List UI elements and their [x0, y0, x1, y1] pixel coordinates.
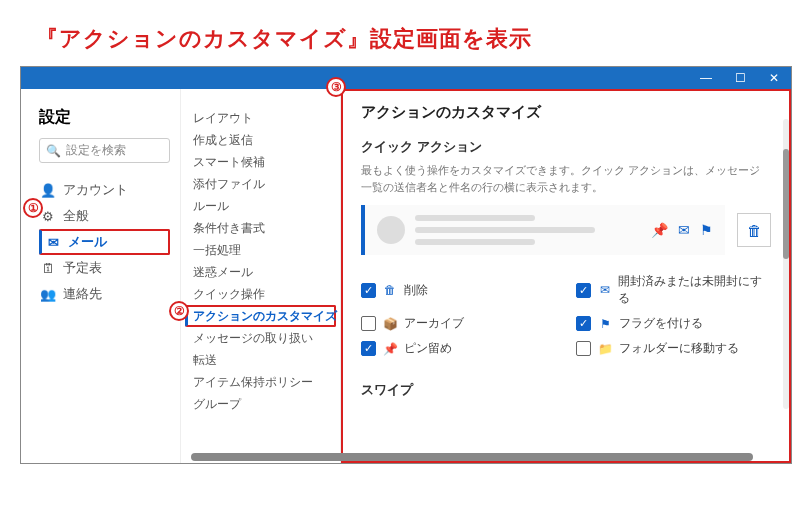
avatar	[377, 216, 405, 244]
mid-item-conditional[interactable]: 条件付き書式	[185, 217, 336, 239]
sidebar-item-general[interactable]: ⚙ 全般	[39, 203, 170, 229]
mid-item-retention[interactable]: アイテム保持ポリシー	[185, 371, 336, 393]
panel-title: アクションのカスタマイズ	[361, 103, 771, 122]
delete-preview-button[interactable]: 🗑	[737, 213, 771, 247]
sidebar-item-label: 全般	[63, 207, 89, 225]
mail-icon: ✉	[46, 235, 60, 250]
cb-read-unread[interactable]: ✓ ✉ 開封済みまたは未開封にする	[576, 273, 771, 307]
mail-settings-list: レイアウト 作成と返信 スマート候補 添付ファイル ルール 条件付き書式 一括処…	[181, 89, 341, 463]
search-input[interactable]: 🔍 設定を検索	[39, 138, 170, 163]
sidebar-item-label: 連絡先	[63, 285, 102, 303]
mid-item-groups[interactable]: グループ	[185, 393, 336, 415]
mid-item-smart[interactable]: スマート候補	[185, 151, 336, 173]
calendar-icon: 🗓	[41, 261, 55, 276]
cb-archive[interactable]: 📦 アーカイブ	[361, 315, 556, 332]
mid-item-forwarding[interactable]: 転送	[185, 349, 336, 371]
checkbox-label: ピン留め	[404, 340, 452, 357]
annotation-badge-1: ①	[23, 198, 43, 218]
panel-scrollbar-thumb[interactable]	[783, 149, 789, 259]
envelope-icon: ✉	[678, 222, 690, 238]
mid-item-layout[interactable]: レイアウト	[185, 107, 336, 129]
placeholder-lines	[415, 215, 641, 245]
annotation-badge-2: ②	[169, 301, 189, 321]
maximize-button[interactable]: ☐	[723, 67, 757, 89]
sidebar-item-label: 予定表	[63, 259, 102, 277]
person-icon: 👤	[41, 183, 55, 198]
checkbox-label: フラグを付ける	[619, 315, 703, 332]
mid-item-junk[interactable]: 迷惑メール	[185, 261, 336, 283]
quick-action-preview: 📌 ✉ ⚑ 🗑	[361, 205, 771, 255]
gear-icon: ⚙	[41, 209, 55, 224]
mid-item-sweep[interactable]: 一括処理	[185, 239, 336, 261]
settings-panel: アクションのカスタマイズ クイック アクション 最もよく使う操作をカスタマイズで…	[341, 89, 791, 463]
mid-item-message-handling[interactable]: メッセージの取り扱い	[185, 327, 336, 349]
sidebar-item-calendar[interactable]: 🗓 予定表	[39, 255, 170, 281]
pin-icon: 📌	[651, 222, 668, 238]
mid-item-compose[interactable]: 作成と返信	[185, 129, 336, 151]
trash-icon: 🗑	[747, 222, 762, 239]
sidebar-item-label: アカウント	[63, 181, 128, 199]
settings-window: — ☐ ✕ 設定 🔍 設定を検索 👤 アカウント ⚙ 全般 ✉ メール	[20, 66, 792, 464]
mid-item-customize-actions[interactable]: アクションのカスタマイズ	[185, 305, 336, 327]
pin-icon: 📌	[382, 342, 398, 356]
checkbox-icon: ✓	[576, 316, 591, 331]
message-preview-card: 📌 ✉ ⚑	[361, 205, 725, 255]
checkbox-icon: ✓	[361, 341, 376, 356]
checkbox-label: フォルダーに移動する	[619, 340, 739, 357]
sidebar-item-label: メール	[68, 233, 107, 251]
sidebar-item-account[interactable]: 👤 アカウント	[39, 177, 170, 203]
trash-icon: 🗑	[382, 283, 398, 297]
settings-sidebar: 設定 🔍 設定を検索 👤 アカウント ⚙ 全般 ✉ メール 🗓 予定表	[21, 89, 181, 463]
quick-actions-checkboxes: ✓ 🗑 削除 ✓ ✉ 開封済みまたは未開封にする 📦 アーカイブ ✓ ⚑	[361, 273, 771, 357]
bottom-scrollbar[interactable]	[191, 453, 753, 461]
envelope-icon: ✉	[597, 283, 613, 297]
archive-icon: 📦	[382, 317, 398, 331]
sidebar-item-contacts[interactable]: 👥 連絡先	[39, 281, 170, 307]
sidebar-item-mail[interactable]: ✉ メール	[39, 229, 170, 255]
checkbox-label: アーカイブ	[404, 315, 464, 332]
search-icon: 🔍	[46, 144, 61, 158]
checkbox-icon: ✓	[361, 283, 376, 298]
checkbox-icon	[361, 316, 376, 331]
cb-pin[interactable]: ✓ 📌 ピン留め	[361, 340, 556, 357]
flag-icon: ⚑	[597, 317, 613, 331]
minimize-button[interactable]: —	[689, 67, 723, 89]
mid-item-rules[interactable]: ルール	[185, 195, 336, 217]
sidebar-title: 設定	[39, 107, 170, 128]
checkbox-label: 削除	[404, 282, 428, 299]
mid-item-quicksteps[interactable]: クイック操作	[185, 283, 336, 305]
mid-item-attachments[interactable]: 添付ファイル	[185, 173, 336, 195]
cb-flag[interactable]: ✓ ⚑ フラグを付ける	[576, 315, 771, 332]
close-button[interactable]: ✕	[757, 67, 791, 89]
cb-delete[interactable]: ✓ 🗑 削除	[361, 273, 556, 307]
flag-icon: ⚑	[700, 222, 713, 238]
cb-move-folder[interactable]: 📁 フォルダーに移動する	[576, 340, 771, 357]
people-icon: 👥	[41, 287, 55, 302]
window-titlebar: — ☐ ✕	[21, 67, 791, 89]
checkbox-icon: ✓	[576, 283, 591, 298]
preview-action-icons: 📌 ✉ ⚑	[651, 222, 713, 238]
checkbox-label: 開封済みまたは未開封にする	[618, 273, 771, 307]
annotation-badge-3: ③	[326, 77, 346, 97]
checkbox-icon	[576, 341, 591, 356]
quick-actions-title: クイック アクション	[361, 138, 771, 156]
swipe-section-title: スワイプ	[361, 381, 771, 399]
search-placeholder: 設定を検索	[66, 142, 126, 159]
annotation-title: 『アクションのカスタマイズ』設定画面を表示	[36, 24, 532, 54]
quick-actions-desc: 最もよく使う操作をカスタマイズできます。クイック アクションは、メッセージ一覧の…	[361, 162, 771, 195]
folder-icon: 📁	[597, 342, 613, 356]
